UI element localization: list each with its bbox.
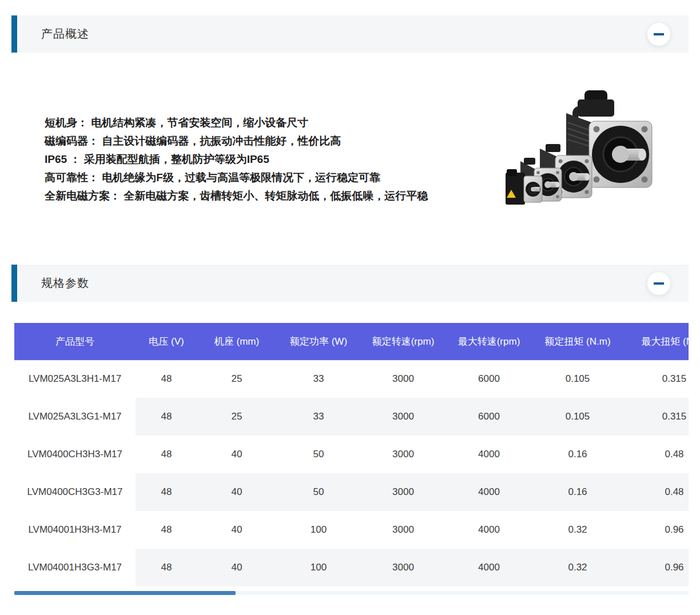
value-cell: 3000 [361,360,446,398]
value-cell: 25 [197,360,276,398]
value-cell: 48 [136,436,197,473]
value-cell: 48 [136,511,197,549]
value-cell: 4000 [446,436,532,473]
product-page: 产品概述 短机身： 电机结构紧凑，节省安装空间，缩小设备尺寸磁编码器： 自主设计… [0,0,700,615]
spec-table-scroll-area[interactable]: 产品型号电压 (V)机座 (mm)额定功率 (W)额定转速(rpm)最大转速(r… [14,323,689,586]
value-cell: 0.96 [623,549,689,586]
value-cell: 3000 [361,436,446,473]
model-cell: LVM025A3L3G1-M17 [14,398,136,436]
table-row: LVM025A3L3G1-M17482533300060000.1050.315 [14,398,689,436]
spec-table: 产品型号电压 (V)机座 (mm)额定功率 (W)额定转速(rpm)最大转速(r… [14,323,689,586]
feature-line: 磁编码器： 自主设计磁编码器，抗振动冲击性能好，性价比高 [45,132,428,150]
value-cell: 0.96 [623,511,689,549]
value-cell: 0.48 [623,473,689,511]
value-cell: 40 [197,511,276,549]
value-cell: 0.32 [532,511,623,549]
section-header-specs: 规格参数 [11,265,689,302]
value-cell: 0.105 [532,360,623,398]
value-cell: 0.32 [532,549,623,586]
feature-list: 短机身： 电机结构紧凑，节省安装空间，缩小设备尺寸磁编码器： 自主设计磁编码器，… [45,114,428,205]
value-cell: 40 [197,549,276,586]
horizontal-scrollbar-thumb[interactable] [14,591,236,595]
value-cell: 6000 [446,360,532,398]
value-cell: 25 [197,398,276,436]
value-cell: 6000 [446,398,532,436]
model-cell: LVM04001H3G3-M17 [14,549,136,586]
value-cell: 33 [276,398,361,436]
value-cell: 3000 [361,511,446,549]
column-header: 最大转速(rpm) [446,323,532,360]
value-cell: 48 [136,549,197,586]
value-cell: 48 [136,473,197,511]
value-cell: 0.16 [532,436,623,473]
accent-bar [11,15,17,53]
value-cell: 33 [276,360,361,398]
model-cell: LVM025A3L3H1-M17 [14,360,136,398]
minus-icon [654,282,664,285]
table-row: LVM025A3L3H1-M17482533300060000.1050.315 [14,360,689,398]
value-cell: 0.105 [532,398,623,436]
value-cell: 100 [276,511,361,549]
feature-line: 短机身： 电机结构紧凑，节省安装空间，缩小设备尺寸 [45,114,428,132]
table-row: LVM04001H3H3-M174840100300040000.320.96 [14,511,689,549]
model-cell: LVM0400CH3H3-M17 [14,436,136,473]
table-row: LVM0400CH3H3-M17484050300040000.160.48 [14,436,689,473]
column-header: 产品型号 [14,323,136,360]
value-cell: 50 [276,436,361,473]
value-cell: 3000 [361,398,446,436]
feature-line: IP65 ： 采用装配型航插，整机防护等级为IP65 [45,150,428,169]
section-title: 产品概述 [41,26,89,42]
spec-table-header-row: 产品型号电压 (V)机座 (mm)额定功率 (W)额定转速(rpm)最大转速(r… [14,323,689,360]
value-cell: 0.315 [623,360,689,398]
value-cell: 4000 [446,473,532,511]
value-cell: 3000 [361,473,446,511]
value-cell: 0.48 [623,436,689,473]
table-row: LVM04001H3G3-M174840100300040000.320.96 [14,549,689,586]
section-header-overview: 产品概述 [11,15,689,53]
column-header: 额定扭矩 (N.m) [532,323,623,360]
value-cell: 4000 [446,511,532,549]
servo-motor-product-image [499,89,682,226]
model-cell: LVM0400CH3G3-M17 [14,473,136,511]
table-row: LVM0400CH3G3-M17484050300040000.160.48 [14,473,689,511]
column-header: 电压 (V) [136,323,197,360]
column-header: 额定转速(rpm) [361,323,446,360]
collapse-overview-button[interactable] [647,23,670,46]
value-cell: 100 [276,549,361,586]
collapse-specs-button[interactable] [647,272,670,295]
value-cell: 40 [197,436,276,473]
value-cell: 0.315 [623,398,689,436]
feature-line: 全新电磁方案： 全新电磁方案，齿槽转矩小、转矩脉动低，低振低噪，运行平稳 [45,187,428,205]
feature-line: 高可靠性： 电机绝缘为F级，过载与高温等极限情况下，运行稳定可靠 [45,169,428,187]
minus-icon [654,33,664,35]
section-title: 规格参数 [41,275,89,291]
column-header: 额定功率 (W) [276,323,361,360]
value-cell: 48 [136,398,197,436]
value-cell: 48 [136,360,197,398]
value-cell: 0.16 [532,473,623,511]
value-cell: 3000 [361,549,446,586]
column-header: 最大扭矩 (N.m) [623,323,689,360]
value-cell: 40 [197,473,276,511]
column-header: 机座 (mm) [197,323,276,360]
value-cell: 50 [276,473,361,511]
horizontal-scrollbar-track[interactable] [14,591,689,595]
value-cell: 4000 [446,549,532,586]
spec-table-body: LVM025A3L3H1-M17482533300060000.1050.315… [14,360,689,586]
accent-bar [11,265,17,302]
model-cell: LVM04001H3H3-M17 [14,511,136,549]
